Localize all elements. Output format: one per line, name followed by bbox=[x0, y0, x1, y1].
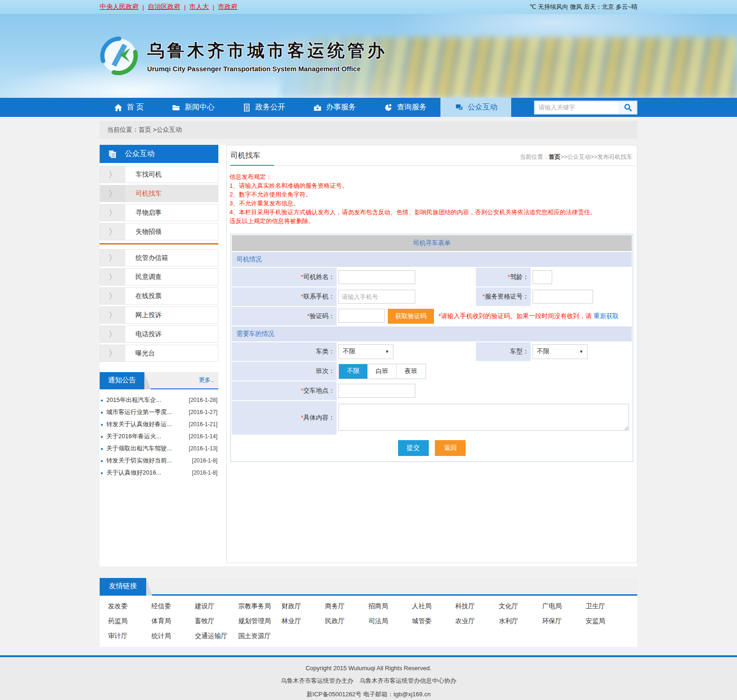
notice-list-item: •转发关于认真做好春运...[2016-1-21] bbox=[101, 418, 217, 430]
friend-link[interactable]: 科技厅 bbox=[455, 602, 499, 611]
detail-content-textarea[interactable] bbox=[338, 404, 629, 431]
chevron-right-icon: 〉 bbox=[100, 269, 125, 285]
main-navigation: 首 页 新闻中心 政务公开 办事服务 查询服务 公众互动 bbox=[0, 98, 737, 117]
friend-link[interactable]: 审计厅 bbox=[108, 632, 151, 640]
notice-list-item: •2015年出租汽车企...[2016-1-28] bbox=[101, 394, 217, 406]
site-subtitle: Urumqi City Passenger Transportation Sys… bbox=[147, 65, 387, 73]
shift-option-day[interactable]: 白班 bbox=[368, 364, 397, 379]
bullet-icon: • bbox=[101, 445, 103, 453]
sidebar-item-opinion-survey[interactable]: 〉民意调查 bbox=[100, 268, 218, 285]
sidebar-item-car-seeks-driver[interactable]: 〉车找司机 bbox=[100, 166, 218, 183]
link-city-congress[interactable]: 市人大 bbox=[189, 3, 209, 11]
sidebar-item-lost-property-notice[interactable]: 〉寻物启事 bbox=[100, 204, 218, 221]
handover-location-input[interactable] bbox=[338, 384, 415, 398]
nav-item-services[interactable]: 办事服务 bbox=[299, 98, 370, 117]
friend-link[interactable]: 农业厅 bbox=[455, 617, 499, 625]
friend-link[interactable]: 药监局 bbox=[108, 617, 151, 625]
nav-item-news[interactable]: 新闻中心 bbox=[157, 98, 228, 117]
phone-label: *联系手机： bbox=[232, 287, 337, 306]
friend-link[interactable]: 城管委 bbox=[412, 617, 455, 625]
friend-link[interactable]: 林业厅 bbox=[282, 617, 325, 625]
chevron-right-icon: 〉 bbox=[100, 326, 125, 342]
weather-info: ℃ 无持续风向 微风 后天：北京 多云~晴 bbox=[529, 3, 637, 11]
header-banner: 乌鲁木齐市城市客运统管办 Urumqi City Passenger Trans… bbox=[0, 14, 737, 98]
search-button[interactable] bbox=[619, 102, 636, 114]
phone-input[interactable] bbox=[338, 290, 415, 304]
copyright-line: Copyright 2015 Wulumuqi All Rights Reser… bbox=[0, 665, 737, 672]
shift-option-unlimited[interactable]: 不限 bbox=[339, 364, 368, 379]
content-panel: 司机找车 当前位置：首页>>公众互动>>发布司机找车 信息发布规定： 1、请输入… bbox=[226, 145, 637, 563]
friend-link[interactable]: 广电局 bbox=[542, 602, 586, 611]
folder-icon bbox=[171, 103, 181, 112]
friend-link[interactable]: 司法局 bbox=[369, 617, 412, 625]
friend-link[interactable]: 卫生厅 bbox=[586, 602, 629, 611]
sidebar-item-online-complaint[interactable]: 〉网上投诉 bbox=[100, 306, 218, 324]
driving-age-label: *驾龄： bbox=[476, 268, 531, 286]
chevron-right-icon: 〉 bbox=[100, 224, 125, 240]
sidebar-item-phone-complaint[interactable]: 〉电话投诉 bbox=[100, 326, 218, 343]
car-type-select[interactable]: 不限▼ bbox=[533, 344, 588, 359]
friend-link[interactable]: 民政厅 bbox=[325, 617, 368, 625]
notice-list-item: •关于领取出租汽车驾驶...[2016-1-13] bbox=[101, 442, 217, 455]
friend-link[interactable]: 安监局 bbox=[586, 617, 629, 625]
friend-link[interactable]: 交通运输厅 bbox=[195, 632, 238, 640]
sidebar: 公众互动 〉车找司机 〉司机找车 〉寻物启事 〉失物招领 〉统管办信箱 〉民意调… bbox=[100, 145, 218, 479]
friend-link[interactable]: 招商局 bbox=[369, 602, 412, 611]
captcha-input[interactable] bbox=[338, 309, 385, 323]
car-class-select[interactable]: 不限▼ bbox=[338, 344, 393, 359]
link-region-gov[interactable]: 自治区政府 bbox=[148, 3, 180, 11]
search-input[interactable] bbox=[535, 102, 619, 114]
friend-link[interactable]: 统计局 bbox=[151, 632, 195, 640]
cert-input[interactable] bbox=[533, 290, 593, 304]
bullet-icon: • bbox=[101, 469, 103, 477]
notice-list-item: •城市客运行业第一季度...[2016-1-27] bbox=[101, 406, 217, 418]
captcha-retry-link[interactable]: 重新获取 bbox=[594, 313, 619, 319]
chevron-down-icon: ▼ bbox=[579, 349, 583, 354]
get-captcha-button[interactable]: 获取验证码 bbox=[388, 309, 434, 324]
notice-more-link[interactable]: 更多.. bbox=[199, 376, 218, 384]
site-title-block: 乌鲁木齐市城市客运统管办 Urumqi City Passenger Trans… bbox=[147, 39, 387, 73]
sidebar-item-online-vote[interactable]: 〉在线投票 bbox=[100, 287, 218, 305]
friend-link[interactable]: 畜牧厅 bbox=[195, 617, 238, 625]
breadcrumb: 当前位置：首页 >公众互动 bbox=[100, 121, 637, 139]
notice-list-item: •关于认真做好2016...[2016-1-8] bbox=[101, 467, 217, 479]
sidebar-item-found-property[interactable]: 〉失物招领 bbox=[100, 223, 218, 240]
chevron-right-icon: 〉 bbox=[100, 307, 125, 323]
form-caption: 司机寻车表单 bbox=[232, 235, 632, 251]
shift-option-night[interactable]: 夜班 bbox=[397, 364, 426, 379]
friend-link[interactable]: 发改委 bbox=[108, 602, 151, 611]
friend-link[interactable]: 环保厅 bbox=[542, 617, 586, 625]
sidebar-item-driver-seeks-car[interactable]: 〉司机找车 bbox=[100, 185, 218, 202]
sidebar-item-exposure-platform[interactable]: 〉曝光台 bbox=[100, 345, 218, 362]
bullet-icon: • bbox=[101, 457, 103, 465]
friend-links-grid: 发改委 经信委 建设厅 宗教事务局 财政厅 商务厅 招商局 人社局 科技厅 文化… bbox=[100, 596, 637, 642]
friend-link[interactable]: 体育局 bbox=[151, 617, 195, 625]
driver-name-label: *司机姓名： bbox=[232, 268, 337, 286]
sidebar-item-office-mailbox[interactable]: 〉统管办信箱 bbox=[100, 249, 218, 266]
friend-link[interactable]: 宗教事务局 bbox=[238, 602, 282, 611]
nav-item-public-interaction[interactable]: 公众互动 bbox=[440, 98, 511, 117]
friend-link[interactable]: 商务厅 bbox=[325, 602, 368, 611]
friend-link[interactable]: 经信委 bbox=[151, 602, 195, 611]
notice-list-item: •关于2016年春运火...[2016-1-14] bbox=[101, 430, 217, 442]
nav-item-home[interactable]: 首 页 bbox=[100, 98, 157, 117]
chevron-right-icon: 〉 bbox=[100, 204, 125, 221]
driver-seek-car-form: 司机寻车表单 司机情况 *司机姓名： *驾龄： *联系手机： *服务资格证号： … bbox=[230, 234, 633, 462]
submit-button[interactable]: 提交 bbox=[398, 440, 429, 456]
friend-link[interactable]: 规划管理局 bbox=[238, 617, 282, 625]
friend-link[interactable]: 文化厅 bbox=[499, 602, 542, 611]
friend-link[interactable]: 建设厅 bbox=[195, 602, 238, 611]
friend-link[interactable]: 国土资源厅 bbox=[238, 632, 282, 640]
bullet-icon: • bbox=[101, 433, 103, 441]
chevron-right-icon: 〉 bbox=[100, 185, 125, 202]
back-button[interactable]: 返回 bbox=[435, 440, 466, 456]
link-central-gov[interactable]: 中央人民政府 bbox=[100, 3, 139, 11]
friend-link[interactable]: 财政厅 bbox=[282, 602, 325, 611]
nav-item-query[interactable]: 查询服务 bbox=[370, 98, 440, 117]
friend-link[interactable]: 人社局 bbox=[412, 602, 455, 611]
driving-age-input[interactable] bbox=[533, 270, 552, 284]
friend-link[interactable]: 水利厅 bbox=[499, 617, 542, 625]
link-city-gov[interactable]: 市政府 bbox=[218, 3, 237, 11]
driver-name-input[interactable] bbox=[338, 270, 415, 284]
nav-item-gov-affairs[interactable]: 政务公开 bbox=[228, 98, 299, 117]
